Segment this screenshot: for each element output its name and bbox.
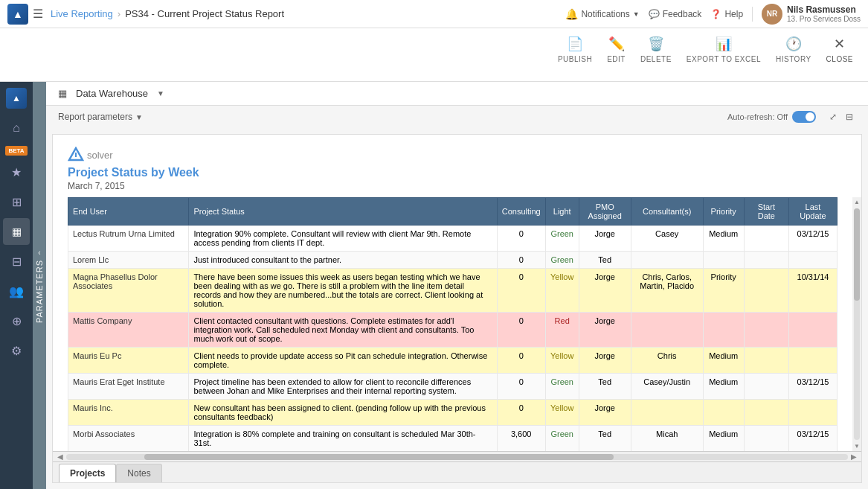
bell-icon: 🔔 <box>565 8 578 20</box>
sidebar-item-reports[interactable]: ▦ <box>3 218 30 245</box>
notifications-button[interactable]: 🔔 Notifications ▼ <box>565 8 639 20</box>
cell-status: Integration is 80% complete and training… <box>189 426 497 452</box>
cell-start-date <box>744 374 788 400</box>
cell-end-user: Lorem Llc <box>68 252 189 269</box>
cell-pmo: Ted <box>579 252 631 269</box>
sidebar-item-settings[interactable]: ⚙ <box>3 337 30 364</box>
cell-consultant <box>631 400 703 426</box>
solver-logo: solver <box>68 147 846 163</box>
cell-light: Yellow <box>545 400 579 426</box>
cell-pmo: Jorge <box>579 269 631 313</box>
cell-consultant: Casey/Justin <box>631 374 703 400</box>
sidebar-item-home[interactable]: ⌂ <box>3 115 30 141</box>
sidebar-item-modules[interactable]: ⊕ <box>3 307 30 334</box>
cell-priority <box>703 252 744 269</box>
users-icon: 👥 <box>9 284 24 298</box>
report-params-bar: Report parameters ▼ Auto-refresh: Off ⤢ … <box>46 106 868 128</box>
view-icons: ⤢ ⊟ <box>826 110 856 124</box>
user-area[interactable]: NR Nils Rasmussen 13. Pro Services Doss <box>762 4 861 25</box>
solver-logo-icon <box>68 147 84 163</box>
scroll-thumb[interactable] <box>854 208 860 301</box>
delete-icon: 🗑️ <box>648 36 664 52</box>
header-divider <box>752 7 753 22</box>
scroll-left-arrow[interactable]: ◀ <box>56 453 65 461</box>
cell-consultant: Casey <box>631 226 703 252</box>
sidebar-item-grid[interactable]: ⊞ <box>3 188 30 215</box>
table-row: Magna Phasellus Dolor Associates There h… <box>68 269 838 313</box>
cell-pmo: Jorge <box>579 313 631 348</box>
grid-view-icon[interactable]: ⊟ <box>843 110 856 124</box>
history-label: HISTORY <box>776 55 811 63</box>
tab-projects[interactable]: Projects <box>59 464 116 482</box>
status-table: End User Project Status Consulting Light… <box>68 197 838 451</box>
sidebar-item-favorites[interactable]: ★ <box>3 159 30 185</box>
app-logo: ▲ <box>7 4 28 25</box>
tab-notes[interactable]: Notes <box>116 464 161 482</box>
history-button[interactable]: 🕐 HISTORY <box>776 33 811 63</box>
cell-light: Yellow <box>545 269 579 313</box>
col-pmo: PMOAssigned <box>579 198 631 226</box>
cell-priority <box>703 313 744 348</box>
cell-end-user: Mauris Inc. <box>68 400 189 426</box>
params-panel[interactable]: ‹ Parameters <box>33 82 46 489</box>
params-label: Parameters <box>35 260 44 323</box>
cell-consulting: 0 <box>497 374 545 400</box>
cell-light: Yellow <box>545 348 579 374</box>
expand-view-icon[interactable]: ⤢ <box>826 110 840 124</box>
col-consultant: Consultant(s) <box>631 198 703 226</box>
cell-consultant: Chris <box>631 348 703 374</box>
warehouse-dropdown-icon[interactable]: ▼ <box>157 89 164 98</box>
edit-label: EDIT <box>607 55 626 63</box>
report-params-label[interactable]: Report parameters <box>58 112 132 122</box>
cell-priority <box>703 400 744 426</box>
cell-pmo: Ted <box>579 374 631 400</box>
delete-label: DELETE <box>640 55 672 63</box>
sidebar-item-calculator[interactable]: ⊟ <box>3 248 30 275</box>
avatar: NR <box>762 4 782 25</box>
history-icon: 🕐 <box>785 36 802 52</box>
top-header: ▲ ☰ Live Reporting › PS34 - Current Proj… <box>0 0 868 28</box>
scroll-down-arrow[interactable]: ▼ <box>852 441 861 451</box>
cell-consulting: 0 <box>497 226 545 252</box>
col-start-date: Start Date <box>744 198 788 226</box>
horizontal-scrollbar[interactable]: ◀ ▶ <box>53 451 861 461</box>
vertical-scrollbar[interactable]: ▲ ▼ <box>852 197 861 451</box>
report-params-arrow[interactable]: ▼ <box>135 113 143 121</box>
cell-light: Green <box>545 426 579 452</box>
h-scroll-thumb[interactable] <box>144 454 614 460</box>
table-row: Lorem Llc Just introduced consultant to … <box>68 252 838 269</box>
close-button[interactable]: ✕ CLOSE <box>826 33 853 63</box>
publish-button[interactable]: 📄 PUBLISH <box>558 33 592 63</box>
export-label: EXPORT TO EXCEL <box>687 55 761 63</box>
table-container[interactable]: End User Project Status Consulting Light… <box>53 197 852 451</box>
close-icon: ✕ <box>834 36 845 52</box>
table-row: Mattis Company Client contacted consulta… <box>68 313 838 348</box>
auto-refresh-toggle[interactable] <box>792 111 816 123</box>
bottom-tabs: Projects Notes <box>53 461 861 482</box>
cell-priority: Medium <box>703 426 744 452</box>
col-last-update: LastUpdate <box>788 198 837 226</box>
scroll-right-arrow[interactable]: ▶ <box>849 453 858 461</box>
sidebar-left: ▲ ⌂ BETA ★ ⊞ ▦ ⊟ 👥 ⊕ ⚙ <box>0 82 33 489</box>
h-scroll-track[interactable] <box>66 454 848 460</box>
delete-button[interactable]: 🗑️ DELETE <box>640 33 672 63</box>
scroll-track[interactable] <box>854 208 860 440</box>
hamburger-icon[interactable]: ☰ <box>33 7 43 21</box>
main-area: ▲ ⌂ BETA ★ ⊞ ▦ ⊟ 👥 ⊕ ⚙ ‹ Parameters <box>0 82 868 489</box>
table-header: End User Project Status Consulting Light… <box>68 198 838 226</box>
cell-consulting: 0 <box>497 313 545 348</box>
cell-consulting: 0 <box>497 269 545 313</box>
breadcrumb-live-reporting[interactable]: Live Reporting <box>51 8 113 19</box>
edit-button[interactable]: ✏️ EDIT <box>607 33 626 63</box>
help-button[interactable]: ❓ Help <box>710 9 743 19</box>
sidebar-item-users[interactable]: 👥 <box>3 278 30 304</box>
home-icon: ⌂ <box>13 121 20 135</box>
scroll-up-arrow[interactable]: ▲ <box>852 197 861 207</box>
export-excel-button[interactable]: 📊 EXPORT TO EXCEL <box>687 33 761 63</box>
cell-consulting: 3,600 <box>497 426 545 452</box>
cell-consultant: Chris, Carlos, Martin, Placido <box>631 269 703 313</box>
feedback-button[interactable]: 💬 Feedback <box>649 9 702 19</box>
cell-status: Client contacted consultant with questio… <box>189 313 497 348</box>
cell-start-date <box>744 400 788 426</box>
cell-status: Just introduced consultant to the partne… <box>189 252 497 269</box>
